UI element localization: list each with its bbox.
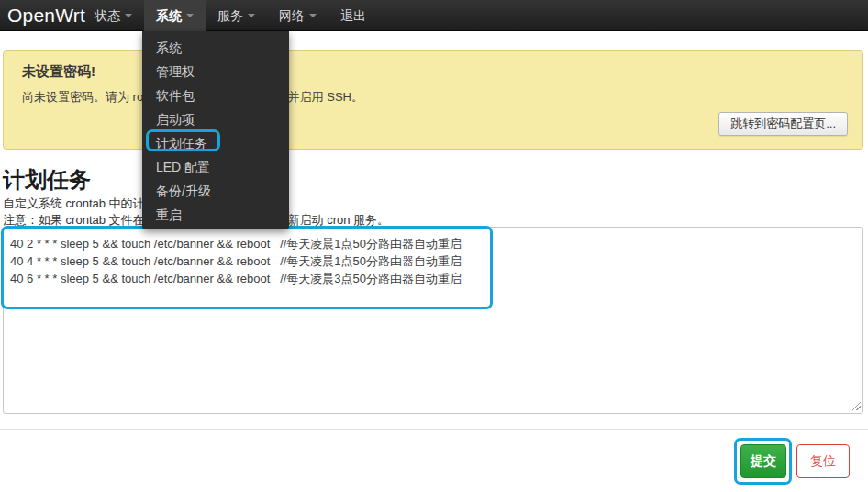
system-dropdown-menu: 系统 管理权 软件包 启动项 计划任务 LED 配置 备份/升级 重启 — [142, 31, 289, 229]
caret-down-icon — [186, 14, 194, 17]
nav-item-system[interactable]: 系统 — [144, 0, 206, 31]
submit-button[interactable]: 提交 — [740, 444, 786, 478]
warning-title: 未设置密码! — [22, 63, 95, 81]
nav-item-status[interactable]: 状态 — [83, 0, 144, 31]
dropdown-item-backup[interactable]: 备份/升级 — [142, 179, 289, 203]
openwrt-logo[interactable]: OpenWrt — [7, 0, 85, 31]
crontab-textarea[interactable] — [3, 227, 863, 414]
footer-divider — [0, 429, 868, 430]
openwrt-luci-page: OpenWrt 状态 系统 服务 网络 退出 系统 — [0, 0, 868, 492]
caret-down-icon — [309, 14, 317, 17]
nav-item-logout[interactable]: 退出 — [328, 0, 378, 31]
caret-down-icon — [248, 14, 255, 17]
reset-button[interactable]: 复位 — [796, 444, 850, 478]
dropdown-item-crontab[interactable]: 计划任务 — [142, 131, 289, 155]
go-to-password-config-button[interactable]: 跳转到密码配置页... — [718, 112, 848, 136]
dropdown-item-led[interactable]: LED 配置 — [142, 155, 289, 179]
page-title: 计划任务 — [3, 165, 91, 195]
top-navbar: OpenWrt 状态 系统 服务 网络 退出 — [0, 0, 868, 31]
dropdown-item-startup[interactable]: 启动项 — [142, 107, 289, 131]
nav-item-services[interactable]: 服务 — [206, 0, 267, 31]
dropdown-item-admin[interactable]: 管理权 — [142, 60, 289, 84]
dropdown-item-system[interactable]: 系统 — [142, 36, 289, 60]
textarea-resize-handle[interactable] — [852, 402, 861, 410]
no-password-warning-banner: 未设置密码! 尚未设置密码。请为 root 用户设置密码以保护主机并启用 SSH… — [3, 50, 863, 150]
nav-item-network[interactable]: 网络 — [267, 0, 328, 31]
nav-menu: 状态 系统 服务 网络 退出 — [83, 0, 378, 31]
dropdown-item-software[interactable]: 软件包 — [142, 84, 289, 107]
caret-down-icon — [125, 14, 132, 17]
dropdown-item-reboot[interactable]: 重启 — [142, 203, 289, 227]
